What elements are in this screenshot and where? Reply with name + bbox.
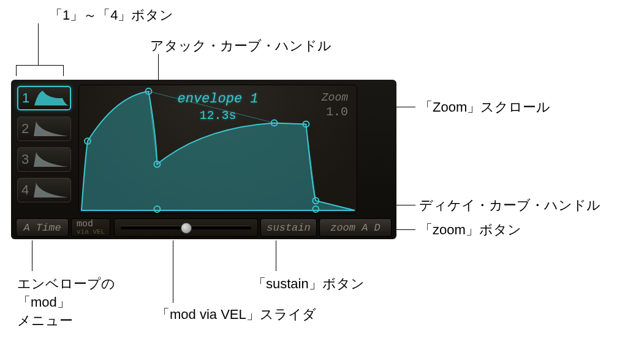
leader-bracket — [16, 65, 64, 76]
svg-line-2 — [148, 91, 274, 123]
callout-buttons-1-4: 「1」～「4」ボタン — [49, 6, 173, 25]
slider-thumb[interactable] — [181, 223, 192, 234]
callout-zoom-scroll: 「Zoom」スクロール — [419, 98, 550, 117]
envelope-thumbnail-icon — [32, 182, 70, 199]
sustain-button[interactable]: sustain — [260, 218, 317, 237]
a-time-menu[interactable]: A Time — [16, 218, 69, 237]
envelope-thumbnail-icon — [32, 151, 70, 168]
mod-label: mod — [77, 220, 105, 229]
envelope-button-label: 4 — [21, 182, 32, 198]
envelope-thumbnail-icon — [32, 120, 70, 137]
envelope-button-label: 1 — [22, 90, 33, 106]
envelope-display[interactable]: envelope 1 12.3s Zoom 1.0 — [78, 85, 357, 213]
slider-track — [121, 226, 251, 229]
leader-line — [173, 240, 173, 303]
envelope-button-1[interactable]: 1 — [17, 86, 71, 110]
envelope-button-3[interactable]: 3 — [17, 147, 71, 172]
callout-env-mod-menu-l3: メニュー — [17, 312, 73, 330]
leader-line — [276, 240, 276, 271]
envelope-button-label: 2 — [21, 121, 32, 137]
callout-decay-curve: ディケイ・カーブ・ハンドル — [419, 196, 600, 215]
callout-mod-via-vel-slider: 「mod via VEL」スライダ — [156, 305, 316, 324]
mod-via-vel-slider[interactable] — [114, 218, 258, 237]
leader-line — [38, 23, 39, 65]
envelope-bottom-bar: A Time mod via VEL sustain zoom A D — [11, 216, 396, 239]
mod-via-label: via VEL — [77, 229, 105, 236]
envelope-button-2[interactable]: 2 — [17, 117, 71, 141]
mod-label-box: mod via VEL — [71, 218, 110, 237]
callout-env-mod-menu-l2: 「mod」 — [17, 293, 70, 312]
callout-sustain-button: 「sustain」ボタン — [252, 275, 365, 293]
envelope-curve-graphic[interactable] — [79, 85, 357, 213]
leader-line — [32, 240, 32, 271]
callout-zoom-button: 「zoom」ボタン — [419, 221, 521, 239]
envelope-thumbnail-icon — [33, 90, 70, 107]
envelope-select-buttons: 1 2 3 4 — [17, 86, 74, 209]
envelope-panel: 1 2 3 4 — [11, 80, 396, 239]
callout-env-mod-menu-l1: エンベロープの — [17, 275, 115, 293]
callout-attack-curve: アタック・カーブ・ハンドル — [150, 37, 331, 55]
envelope-button-label: 3 — [21, 151, 32, 167]
zoom-a-d-button[interactable]: zoom A D — [319, 218, 392, 237]
envelope-button-4[interactable]: 4 — [17, 178, 71, 202]
